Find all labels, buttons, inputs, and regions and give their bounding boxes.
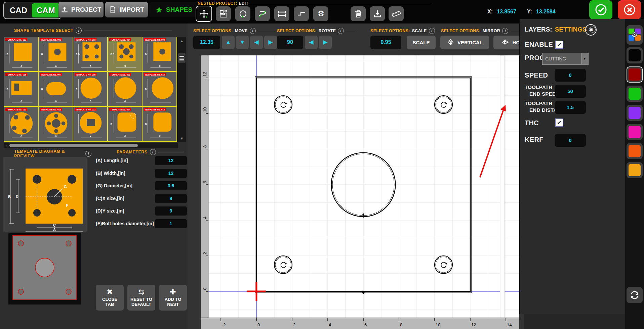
template-item-010[interactable]: DTEMPLATE No. 010 bbox=[143, 72, 177, 107]
template-item-002[interactable]: BATEMPLATE No. 002 bbox=[39, 37, 73, 72]
move-right-button[interactable]: ▶ bbox=[264, 36, 277, 49]
template-item-011[interactable]: ATEMPLATE No. 011 bbox=[4, 107, 39, 142]
scale-factor-input[interactable]: 0.95 bbox=[370, 36, 401, 49]
cam-mode-button[interactable]: CAM bbox=[32, 3, 60, 17]
swatch-purple[interactable] bbox=[627, 105, 643, 121]
spacing-tool-button[interactable] bbox=[274, 6, 289, 21]
drawing-canvas[interactable]: -202468101214024681012 bbox=[188, 55, 524, 329]
svg-text:6: 6 bbox=[364, 322, 367, 327]
template-number-badge: TEMPLATE No. 006 bbox=[5, 73, 27, 76]
mirror-horizontal-button[interactable]: HORIZONTAL bbox=[493, 36, 519, 49]
swatch-black[interactable] bbox=[627, 47, 643, 63]
svg-text:C: C bbox=[159, 65, 161, 67]
parameter-input[interactable]: 9 bbox=[155, 194, 187, 203]
rotate-cw-button[interactable]: ▶ bbox=[319, 36, 332, 49]
svg-text:C: C bbox=[124, 65, 126, 67]
process-select[interactable]: CUTTING ▼ bbox=[542, 53, 589, 65]
move-tool-button[interactable] bbox=[196, 6, 212, 22]
rotate-options: SELECT OPTIONS:ROTATEi 90 ◀ ▶ bbox=[276, 23, 333, 55]
color-chip bbox=[629, 88, 641, 100]
swatch-amber[interactable] bbox=[627, 162, 643, 178]
close-tab-button[interactable]: ✖CLOSETAB bbox=[96, 285, 124, 311]
swatch-dark-red[interactable] bbox=[627, 66, 643, 83]
kerf-input[interactable]: 0 bbox=[555, 134, 586, 147]
parameter-input[interactable]: 12 bbox=[155, 156, 187, 165]
enable-checkbox[interactable]: ✔ bbox=[555, 41, 563, 49]
rotate-tool-button[interactable] bbox=[235, 6, 250, 21]
move-down-button[interactable]: ▼ bbox=[236, 36, 249, 49]
info-icon[interactable]: i bbox=[85, 151, 91, 157]
export-tool-button[interactable] bbox=[370, 6, 385, 21]
info-icon[interactable]: i bbox=[76, 28, 82, 34]
svg-text:B: B bbox=[41, 88, 43, 90]
reset-icon: ⇆ bbox=[138, 289, 144, 295]
parameter-input[interactable]: 1 bbox=[155, 219, 187, 228]
info-icon[interactable]: i bbox=[150, 149, 156, 155]
info-icon[interactable]: i bbox=[338, 28, 344, 34]
template-number-badge: TEMPLATE No. 009 bbox=[109, 73, 131, 76]
sequence-tool-button[interactable] bbox=[255, 6, 270, 21]
template-item-013[interactable]: ETEMPLATE No. 013 bbox=[73, 107, 108, 142]
color-chip bbox=[629, 107, 641, 119]
confirm-button[interactable] bbox=[589, 0, 612, 19]
rotate-ccw-button[interactable]: ◀ bbox=[305, 36, 318, 49]
svg-text:B D: B D bbox=[111, 53, 114, 55]
move-left-button[interactable]: ◀ bbox=[250, 36, 263, 49]
info-icon[interactable]: i bbox=[250, 28, 256, 34]
parameter-input[interactable]: 3.6 bbox=[155, 181, 187, 190]
layer-palette-button[interactable]: ⚙ bbox=[627, 25, 643, 45]
template-item-008[interactable]: BATEMPLATE No. 008 bbox=[73, 72, 108, 107]
svg-text:0: 0 bbox=[257, 322, 260, 327]
close-panel-button[interactable]: ✖ bbox=[585, 24, 597, 36]
cancel-button[interactable] bbox=[618, 0, 641, 19]
add-to-nest-button[interactable]: ✚ADD TONEST bbox=[159, 285, 187, 311]
template-item-012[interactable]: ATEMPLATE No. 012 bbox=[39, 107, 73, 142]
scroll-left-icon[interactable]: ‹ bbox=[4, 143, 9, 147]
mirror-vertical-button[interactable]: VERTICAL bbox=[440, 36, 489, 49]
scale-apply-button[interactable]: SCALE bbox=[407, 36, 436, 49]
template-item-015[interactable]: BCTEMPLATE No. 015 bbox=[143, 107, 177, 142]
scroll-up-icon[interactable]: ▲ bbox=[178, 39, 186, 43]
toolpath-end-speed-input[interactable]: 50 bbox=[555, 85, 586, 98]
scroll-down-icon[interactable]: ▼ bbox=[178, 136, 186, 140]
template-item-004[interactable]: B DCTEMPLATE No. 004 bbox=[108, 37, 143, 72]
template-grid-horizontal-scrollbar[interactable]: ‹ bbox=[4, 143, 178, 148]
parameter-input[interactable]: 9 bbox=[155, 206, 187, 216]
rotate-angle-input[interactable]: 90 bbox=[277, 36, 303, 49]
parameter-input[interactable]: 12 bbox=[155, 169, 187, 178]
swatch-green[interactable] bbox=[627, 86, 643, 102]
thc-checkbox[interactable]: ✔ bbox=[555, 119, 563, 127]
svg-text:⚙: ⚙ bbox=[317, 9, 324, 18]
reset-default-button[interactable]: ⇆RESET TODEFAULT bbox=[127, 285, 155, 311]
swatch-magenta[interactable] bbox=[627, 124, 643, 140]
settings-tool-button[interactable]: ⚙ bbox=[313, 6, 328, 21]
project-button[interactable]: PROJECT bbox=[58, 2, 104, 17]
measure-tool-button[interactable] bbox=[389, 6, 404, 21]
cycle-layers-button[interactable] bbox=[627, 287, 643, 303]
template-grid-vertical-scrollbar[interactable]: ▲ ▼ bbox=[178, 37, 186, 142]
step-tool-button[interactable] bbox=[294, 6, 309, 21]
template-item-003[interactable]: B DATEMPLATE No. 003 bbox=[73, 37, 108, 72]
template-item-014[interactable]: BATEMPLATE No. 014 bbox=[108, 107, 143, 142]
scrollbar-thumb[interactable] bbox=[9, 144, 138, 147]
speed-input[interactable]: 0 bbox=[555, 69, 586, 82]
info-icon[interactable]: i bbox=[502, 28, 508, 34]
nest-tool-button[interactable] bbox=[216, 6, 231, 21]
template-item-001[interactable]: BATEMPLATE No. 001 bbox=[4, 37, 39, 72]
template-item-009[interactable]: ATEMPLATE No. 009 bbox=[108, 72, 143, 107]
move-up-button[interactable]: ▲ bbox=[222, 36, 235, 49]
move-step-input[interactable]: 12.35 bbox=[193, 36, 220, 49]
template-item-005[interactable]: DCTEMPLATE No. 005 bbox=[143, 37, 177, 72]
menu-icon[interactable] bbox=[178, 53, 186, 63]
chevron-down-icon[interactable]: ▼ bbox=[581, 53, 588, 64]
import-button[interactable]: DXF IMPORT bbox=[105, 2, 148, 17]
cad-mode-button[interactable]: CAD bbox=[5, 3, 32, 17]
info-icon[interactable]: i bbox=[429, 28, 435, 34]
toolpath-end-distance-input[interactable]: 1.5 bbox=[555, 101, 586, 114]
shapes-button[interactable]: ★ SHAPES bbox=[149, 2, 198, 17]
svg-text:DXF: DXF bbox=[111, 9, 115, 11]
template-item-006[interactable]: DATEMPLATE No. 006 bbox=[4, 72, 39, 107]
template-item-007[interactable]: BATEMPLATE No. 007 bbox=[39, 72, 73, 107]
delete-tool-button[interactable] bbox=[351, 6, 366, 21]
swatch-orange[interactable] bbox=[627, 143, 643, 159]
